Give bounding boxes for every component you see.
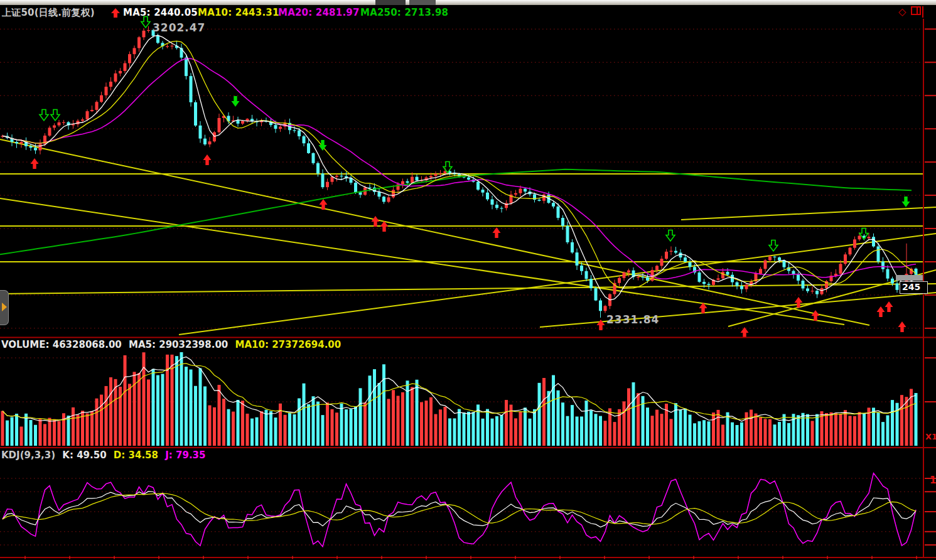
kdj-header: KDJ(9,3,3) K: 49.50 D: 34.58 J: 79.35 (1, 450, 209, 461)
current-price-tag-bg (896, 275, 923, 281)
volume-ma10-readout: MA10: 27372694.00 (235, 339, 342, 350)
kdj-j-readout: J: 79.35 (165, 450, 205, 461)
kdj-scale-label: 1 (930, 475, 936, 486)
high-price-label: 3202.47 (153, 21, 205, 34)
expand-triangle-icon (2, 303, 7, 311)
current-price-tag: 245 (900, 281, 928, 294)
kdj-pane[interactable] (0, 461, 923, 557)
volume-readout: VOLUME: 46328068.00 (1, 339, 122, 350)
volume-ma5-readout: MA5: 29032398.00 (129, 339, 228, 350)
kdj-k-readout: K: 49.50 (62, 450, 106, 461)
low-price-label: 2331.84 (606, 313, 659, 326)
kdj-name: KDJ(9,3,3) (1, 450, 55, 461)
kdj-d-readout: D: 34.58 (114, 450, 158, 461)
panel-expand-handle[interactable] (0, 290, 9, 325)
volume-header: VOLUME: 46328068.00 MA5: 29032398.00 MA1… (1, 339, 345, 350)
volume-pane[interactable] (0, 352, 923, 447)
volume-unit-label: X1 (925, 432, 936, 441)
trading-app-window: 上证50(日线.前复权) MA5: 2440.05 MA10: 2443.31 … (0, 0, 936, 560)
main-chart-pane[interactable] (0, 19, 923, 338)
